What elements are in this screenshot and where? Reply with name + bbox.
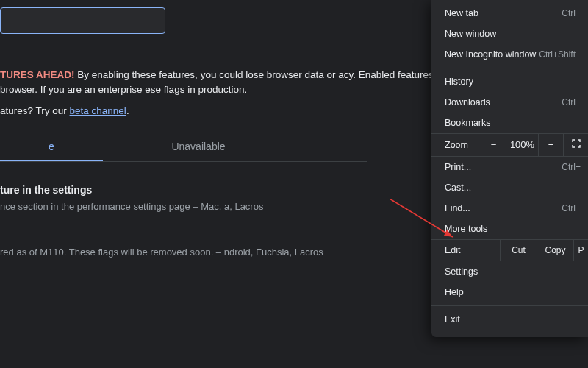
zoom-label: Zoom (445, 140, 481, 150)
menu-cast[interactable]: Cast... (431, 177, 588, 198)
zoom-value: 100% (506, 133, 538, 157)
menu-zoom-row: Zoom − 100% + (431, 133, 588, 157)
edit-label: Edit (445, 245, 500, 255)
menu-new-window[interactable]: New window (431, 24, 588, 44)
beta-channel-link[interactable]: beta channel (70, 105, 126, 116)
menu-new-incognito[interactable]: New Incognito window Ctrl+Shift+ (431, 44, 588, 65)
shortcut-label: Ctrl+ (562, 162, 581, 172)
beta-text: atures? Try our (0, 105, 70, 116)
shortcut-label: Ctrl+ (562, 97, 581, 107)
warning-danger: TURES AHEAD! (0, 69, 75, 80)
menu-print[interactable]: Print... Ctrl+ (431, 157, 588, 177)
menu-edit-row: Edit Cut Copy P (431, 239, 588, 261)
menu-find[interactable]: Find... Ctrl+ (431, 198, 588, 219)
menu-separator (431, 305, 588, 306)
menu-new-tab[interactable]: New tab Ctrl+ (431, 3, 588, 24)
menu-settings[interactable]: Settings (431, 261, 588, 282)
menu-downloads[interactable]: Downloads Ctrl+ (431, 92, 588, 113)
chrome-menu: New tab Ctrl+ New window New Incognito w… (431, 0, 588, 337)
fullscreen-icon (572, 139, 581, 148)
beta-suffix: . (126, 105, 129, 116)
tabs: e Unavailable (0, 131, 368, 162)
copy-button[interactable]: Copy (537, 239, 573, 261)
tab-unavailable[interactable]: Unavailable (103, 131, 294, 161)
menu-history[interactable]: History (431, 71, 588, 92)
tab-available[interactable]: e (0, 131, 103, 161)
shortcut-label: Ctrl+ (562, 8, 581, 18)
flag-desc: red as of M110. These flags will be remo… (0, 246, 442, 260)
menu-separator (431, 68, 588, 68)
shortcut-label: Ctrl+ (562, 203, 581, 213)
search-input[interactable] (0, 7, 165, 34)
paste-button[interactable]: P (573, 239, 588, 261)
menu-exit[interactable]: Exit (431, 309, 588, 330)
shortcut-label: Ctrl+Shift+ (539, 49, 581, 60)
menu-help[interactable]: Help (431, 282, 588, 302)
zoom-in-button[interactable]: + (538, 133, 563, 157)
fullscreen-button[interactable] (563, 133, 588, 157)
zoom-out-button[interactable]: − (481, 133, 506, 157)
menu-bookmarks[interactable]: Bookmarks (431, 113, 588, 133)
flag-title: ture in the settings (0, 184, 442, 196)
menu-more-tools[interactable]: More tools (431, 219, 588, 239)
cut-button[interactable]: Cut (500, 239, 537, 261)
flag-desc: nce section in the performance settings … (0, 200, 442, 214)
